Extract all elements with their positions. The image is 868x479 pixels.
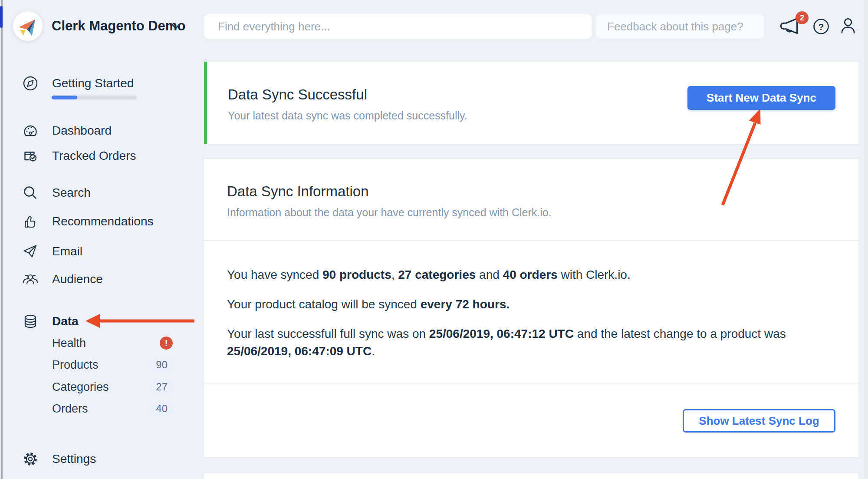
sync-info-card: Data Sync Information Information about … [204, 159, 858, 457]
chevron-down-icon[interactable] [170, 23, 181, 30]
search-icon [22, 184, 39, 202]
sidebar-label: Orders [52, 402, 88, 416]
categories-count-badge: 27 [151, 380, 173, 394]
left-edge-divider [1, 0, 3, 479]
sidebar-label: Recommendations [52, 215, 153, 228]
feedback-input[interactable] [596, 14, 764, 39]
sidebar-label: Audience [52, 272, 103, 286]
account-user-icon[interactable] [838, 17, 858, 36]
audience-people-icon [22, 271, 39, 288]
sidebar-item-settings[interactable]: Settings [22, 449, 96, 469]
getting-started-progress-fill [52, 96, 77, 99]
sidebar-label: Categories [52, 380, 109, 394]
sync-info-p2: Your product catalog will be synced ever… [227, 296, 813, 313]
last-sync-timestamp: 25/06/2019, 06:47:12 UTC [429, 327, 574, 340]
sidebar-item-email[interactable]: Email [22, 242, 82, 261]
text-segment: and the latest change to a product was [574, 327, 786, 340]
notification-count-badge[interactable]: 2 [796, 11, 809, 24]
sync-status-subtitle: Your latest data sync was completed succ… [228, 109, 858, 122]
sidebar-item-data[interactable]: Data [22, 312, 79, 331]
sidebar-item-recommendations[interactable]: Recommendations [22, 212, 153, 231]
workspace-name[interactable]: Clerk Magento Demo [52, 18, 185, 34]
sync-info-p1: You have synced 90 products, 27 categori… [227, 266, 813, 284]
text-segment: . [372, 344, 375, 358]
thumbs-up-icon [22, 213, 39, 230]
sidebar-item-search[interactable]: Search [22, 183, 91, 202]
sidebar-label: Dashboard [52, 124, 112, 138]
left-edge-scroll-thumb[interactable] [0, 6, 3, 28]
sync-info-body: You have synced 90 products, 27 categori… [204, 241, 858, 384]
products-count-badge: 90 [151, 358, 173, 372]
global-search-input[interactable] [204, 14, 592, 39]
sync-info-subtitle: Information about the data your have cur… [227, 205, 858, 219]
gear-icon [22, 450, 39, 468]
sidebar-item-getting-started[interactable]: Getting Started [22, 74, 134, 93]
sync-info-footer: Show Latest Sync Log [204, 384, 858, 456]
sidebar-label: Email [52, 244, 82, 258]
sidebar-item-tracked-orders[interactable]: Tracked Orders [22, 146, 136, 165]
paper-plane-logo-icon [16, 15, 39, 37]
text-segment: Your product catalog will be synced [227, 297, 421, 311]
sidebar-label: Tracked Orders [52, 149, 136, 163]
categories-count-text: 27 categories [398, 268, 476, 281]
send-plane-icon [22, 243, 39, 260]
next-card-partial [204, 473, 858, 479]
sidebar-label: Products [52, 358, 99, 372]
sync-interval-text: every 72 hours. [421, 297, 510, 311]
orders-count-text: 40 orders [503, 268, 558, 281]
getting-started-progress [52, 96, 137, 99]
sidebar-item-health[interactable]: Health ! [52, 334, 173, 352]
database-icon [22, 313, 39, 330]
sidebar-item-products[interactable]: Products 90 [52, 356, 173, 373]
text-segment: Your last successfull full sync was on [227, 327, 429, 340]
health-alert-badge: ! [160, 337, 173, 350]
dashboard-gauge-icon [22, 122, 39, 139]
text-segment: and [476, 268, 503, 281]
last-change-timestamp: 25/06/2019, 06:47:09 UTC [227, 344, 372, 358]
sidebar-item-dashboard[interactable]: Dashboard [22, 121, 112, 140]
text-segment: with Clerk.io. [558, 268, 631, 281]
text-segment: You have synced [227, 268, 322, 281]
sidebar-label: Health [52, 337, 86, 350]
right-scrollbar[interactable] [864, 0, 868, 479]
sync-info-header: Data Sync Information Information about … [204, 159, 858, 241]
sidebar-label: Getting Started [52, 76, 134, 90]
compass-icon [22, 75, 39, 92]
sidebar-label: Settings [52, 452, 96, 466]
sync-status-card: Data Sync Successful Your latest data sy… [204, 62, 858, 144]
help-icon[interactable]: ? [812, 18, 830, 35]
sidebar-item-categories[interactable]: Categories 27 [52, 378, 173, 396]
sidebar-item-orders[interactable]: Orders 40 [52, 400, 173, 417]
orders-count-badge: 40 [151, 402, 173, 416]
show-latest-sync-log-button[interactable]: Show Latest Sync Log [683, 409, 835, 433]
text-segment: , [391, 268, 398, 281]
clerk-logo[interactable] [13, 11, 43, 41]
annotation-arrow-to-data [82, 310, 197, 332]
svg-text:?: ? [819, 22, 824, 32]
start-new-data-sync-button[interactable]: Start New Data Sync [687, 86, 835, 110]
sidebar-label: Data [52, 314, 79, 328]
clerk-admin-app: Clerk Magento Demo 2 ? Getting Started [0, 0, 868, 479]
sidebar-item-audience[interactable]: Audience [22, 270, 103, 289]
products-count-text: 90 products [322, 268, 391, 281]
sidebar-label: Search [52, 186, 91, 200]
sync-info-title: Data Sync Information [227, 182, 858, 201]
sync-info-p3: Your last successfull full sync was on 2… [227, 325, 813, 360]
order-box-check-icon [22, 147, 39, 165]
